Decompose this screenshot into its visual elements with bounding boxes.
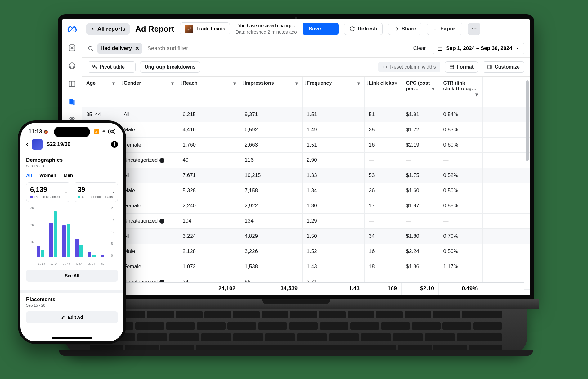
back-button[interactable]: ‹ — [26, 140, 28, 148]
column-header-link-clicks[interactable]: ⋮Link clicks▾ — [364, 77, 402, 107]
cell-impressions: 6,592 — [240, 122, 302, 138]
pivot-table-button[interactable]: Pivot table — [88, 61, 136, 73]
cell-ctr: — — [439, 214, 482, 229]
filter-bar: Had delivery ✕ Clear Sep 1, 2024 – Sep 3… — [82, 39, 530, 58]
save-menu-button[interactable] — [327, 23, 339, 35]
see-all-button[interactable]: See All — [26, 270, 118, 282]
share-label: Share — [402, 26, 416, 32]
placements-date: Sep 15 - 20 — [26, 303, 118, 308]
info-button[interactable]: i — [111, 141, 118, 148]
legend-dot-purple — [30, 196, 33, 198]
svg-rect-3 — [69, 99, 73, 104]
tab-all[interactable]: All — [26, 173, 32, 178]
cell-cpc: — — [402, 153, 439, 168]
sidebar-item-account[interactable] — [67, 43, 77, 53]
report-table-wrap: ⋮Age▾ ⋮Gender▾ ⋮Reach▾ ⋮Impressions▾ ⋮Fr… — [82, 77, 530, 295]
cell-impressions: 2,663 — [240, 138, 302, 153]
cell-impressions: 10,215 — [240, 168, 302, 183]
info-icon[interactable]: i — [159, 219, 164, 224]
bar-group — [48, 211, 58, 257]
table-row[interactable]: Female1,0721,5381.4318$1.361.17% — [82, 259, 530, 274]
all-reports-button[interactable]: All reports — [86, 23, 130, 35]
cell-ctr: 1.17% — [439, 259, 482, 274]
refresh-button[interactable]: Refresh — [344, 23, 382, 35]
column-header-frequency[interactable]: ⋮Frequency▾ — [302, 77, 364, 107]
table-row[interactable]: All7,67110,2151.3353$1.750.52% — [82, 168, 530, 183]
status-time: 11:13 🔕 — [29, 129, 48, 135]
share-icon — [393, 26, 399, 32]
bar-people-reached — [62, 225, 66, 257]
tab-women[interactable]: Women — [39, 173, 56, 178]
column-header-age[interactable]: ⋮Age▾ — [82, 77, 119, 107]
pivot-icon — [92, 65, 97, 70]
placements-header: Placements — [26, 296, 118, 303]
metric-leads-value: 39 — [78, 186, 114, 194]
sidebar-item-reports[interactable] — [67, 97, 77, 107]
table-row[interactable]: 35–44All6,2159,3711.5151$1.910.54% — [82, 107, 530, 122]
cell-frequency: 1.51 — [302, 138, 364, 153]
table-row[interactable]: Male4,4166,5921.4935$1.720.53% — [82, 122, 530, 138]
sidebar-item-tables[interactable] — [67, 79, 77, 89]
refresh-status: You have unsaved changes Data refreshed … — [236, 23, 297, 35]
column-header-impressions[interactable]: ⋮Impressions▾ — [240, 77, 302, 107]
scrollbar-thumb[interactable] — [526, 80, 529, 161]
table-row[interactable]: Female2,2402,9221.3017$1.970.58% — [82, 198, 530, 214]
column-header-cpc[interactable]: ⋮CPC (cost per…▾ — [402, 77, 439, 107]
cell-gender: Male — [119, 244, 178, 259]
cell-reach: 5,328 — [178, 183, 240, 198]
edit-ad-button[interactable]: Edit Ad — [26, 311, 118, 323]
signal-icon: 📶 — [94, 129, 100, 134]
column-header-gender[interactable]: ⋮Gender▾ — [119, 77, 178, 107]
report-table: ⋮Age▾ ⋮Gender▾ ⋮Reach▾ ⋮Impressions▾ ⋮Fr… — [82, 77, 530, 290]
search-input[interactable] — [146, 43, 406, 54]
metric-card-reach[interactable]: 6,139 People Reached ▾ — [26, 182, 70, 202]
cell-frequency: 1.43 — [302, 259, 364, 274]
customize-button[interactable]: Customize — [483, 61, 524, 73]
account-chip[interactable]: Trade Leads — [180, 22, 230, 35]
metric-card-leads[interactable]: 39 On-Facebook Leads ▾ — [74, 182, 118, 202]
bar-leads — [54, 211, 57, 257]
tab-men[interactable]: Men — [64, 173, 73, 178]
metric-reach-value: 6,139 — [30, 186, 66, 194]
more-button[interactable] — [468, 23, 480, 35]
table-row[interactable]: Male2,1283,2261.5216$2.240.50% — [82, 244, 530, 259]
laptop-camera — [295, 17, 297, 19]
cell-frequency: 1.50 — [302, 229, 364, 244]
bar-group — [87, 252, 97, 257]
cell-frequency: 1.29 — [302, 214, 364, 229]
cell-impressions: 1,538 — [240, 259, 302, 274]
cell-reach: 1,072 — [178, 259, 240, 274]
chart-bars — [35, 206, 110, 257]
filter-chip-delivery[interactable]: Had delivery ✕ — [97, 43, 142, 54]
column-header-reach[interactable]: ⋮Reach▾ — [178, 77, 240, 107]
share-button[interactable]: Share — [388, 23, 421, 35]
sidebar-item-overview[interactable] — [67, 61, 77, 71]
cell-frequency: 1.30 — [302, 198, 364, 214]
table-row[interactable]: Male5,3287,1581.3436$1.600.50% — [82, 183, 530, 198]
laptop-notch — [262, 299, 330, 304]
cell-ctr: 0.54% — [439, 107, 482, 122]
clear-filters-button[interactable]: Clear — [410, 43, 429, 53]
format-button[interactable]: Format — [445, 61, 478, 73]
laptop-bezel: All reports Ad Report Trade Leads You ha… — [58, 14, 534, 302]
table-row[interactable]: All3,2244,8291.5034$1.800.70% — [82, 229, 530, 244]
filter-chip-close-icon[interactable]: ✕ — [135, 45, 139, 52]
cell-frequency: 1.49 — [302, 122, 364, 138]
save-button[interactable]: Save — [303, 23, 327, 35]
totals-cpc: $2.10 — [402, 283, 439, 295]
table-row[interactable]: Female1,7602,6631.5116$2.190.60% — [82, 138, 530, 153]
bar-people-reached — [101, 255, 104, 257]
info-icon[interactable]: i — [159, 158, 164, 163]
date-range-picker[interactable]: Sep 1, 2024 – Sep 30, 2024 — [433, 43, 524, 54]
campaign-title: S22 19/09 — [46, 141, 107, 147]
column-width-icon — [383, 65, 388, 70]
chevron-down-icon — [515, 46, 520, 51]
table-row[interactable]: Uncategorizedi1041341.29——— — [82, 214, 530, 229]
cell-gender: Female — [119, 138, 178, 153]
cell-ctr: 0.58% — [439, 198, 482, 214]
reset-column-widths-button[interactable]: Reset column widths — [378, 62, 440, 72]
export-button[interactable]: Export — [427, 23, 462, 35]
ungroup-button[interactable]: Ungroup breakdowns — [140, 61, 200, 73]
column-header-ctr[interactable]: ⋮CTR (link click-throug…▾ — [439, 77, 482, 107]
table-row[interactable]: Uncategorizedi401162.90——— — [82, 153, 530, 168]
